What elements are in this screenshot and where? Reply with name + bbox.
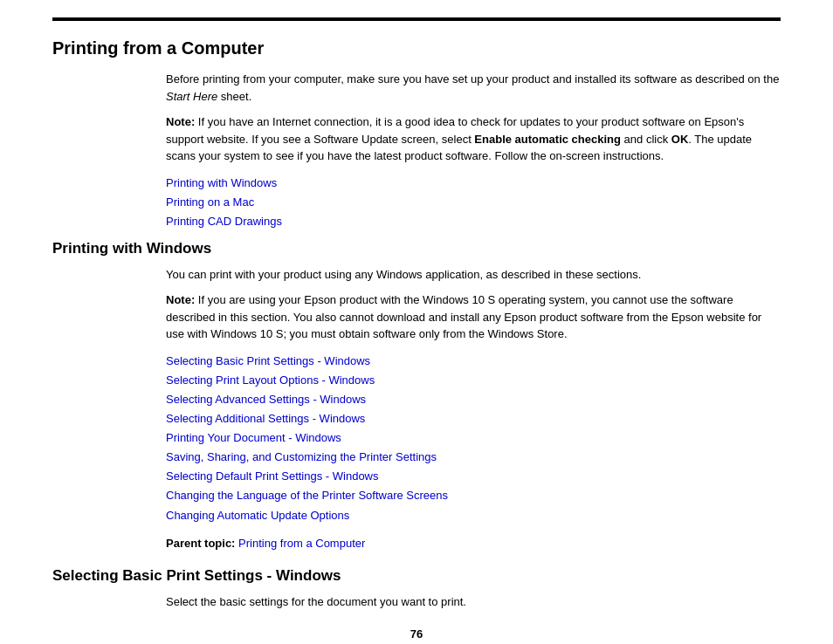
intro-note: Note: If you have an Internet connection… [166, 113, 781, 165]
selecting-basic-settings-body: Select the basic settings for the docume… [166, 593, 781, 611]
link-printing-on-mac[interactable]: Printing on a Mac [166, 193, 781, 212]
link-default-print-settings[interactable]: Selecting Default Print Settings - Windo… [166, 467, 781, 486]
main-title: Printing from a Computer [52, 38, 781, 58]
selecting-basic-settings-section: Selecting Basic Print Settings - Windows… [52, 567, 781, 611]
link-printing-your-document[interactable]: Printing Your Document - Windows [166, 428, 781, 448]
link-print-layout-options[interactable]: Selecting Print Layout Options - Windows [166, 371, 781, 390]
parent-topic-link[interactable]: Printing from a Computer [238, 537, 365, 550]
link-basic-print-settings[interactable]: Selecting Basic Print Settings - Windows [166, 352, 781, 371]
page-container: Printing from a Computer Before printing… [0, 0, 833, 644]
intro-paragraph: Before printing from your computer, make… [166, 71, 781, 105]
link-advanced-settings[interactable]: Selecting Advanced Settings - Windows [166, 390, 781, 409]
printing-with-windows-content: You can print with your product using an… [166, 266, 781, 553]
intro-block: Before printing from your computer, make… [166, 71, 781, 231]
note-label-2: Note: [166, 293, 195, 306]
link-automatic-update[interactable]: Changing Automatic Update Options [166, 506, 781, 525]
link-printing-with-windows[interactable]: Printing with Windows [166, 174, 781, 193]
link-change-language[interactable]: Changing the Language of the Printer Sof… [166, 486, 781, 505]
link-printing-cad-drawings[interactable]: Printing CAD Drawings [166, 212, 781, 231]
selecting-basic-settings-content: Select the basic settings for the docume… [166, 593, 781, 611]
page-number: 76 [52, 627, 781, 641]
selecting-basic-settings-title: Selecting Basic Print Settings - Windows [52, 567, 781, 585]
link-saving-sharing[interactable]: Saving, Sharing, and Customizing the Pri… [166, 448, 781, 467]
link-additional-settings[interactable]: Selecting Additional Settings - Windows [166, 409, 781, 428]
enable-auto-checking-bold: Enable automatic checking [474, 133, 621, 146]
top-border [52, 17, 781, 21]
start-here-italic: Start Here [166, 90, 217, 103]
windows10s-note: Note: If you are using your Epson produc… [166, 291, 781, 343]
parent-topic-label: Parent topic: [166, 537, 235, 550]
ok-bold: OK [671, 133, 689, 146]
printing-with-windows-title: Printing with Windows [52, 240, 781, 257]
printing-with-windows-body: You can print with your product using an… [166, 266, 781, 284]
note-label: Note: [166, 115, 195, 128]
parent-topic-line: Parent topic: Printing from a Computer [166, 534, 781, 553]
printing-with-windows-section: Printing with Windows You can print with… [52, 240, 781, 553]
windows-links-block: Selecting Basic Print Settings - Windows… [166, 352, 781, 525]
top-links-block: Printing with Windows Printing on a Mac … [166, 174, 781, 231]
